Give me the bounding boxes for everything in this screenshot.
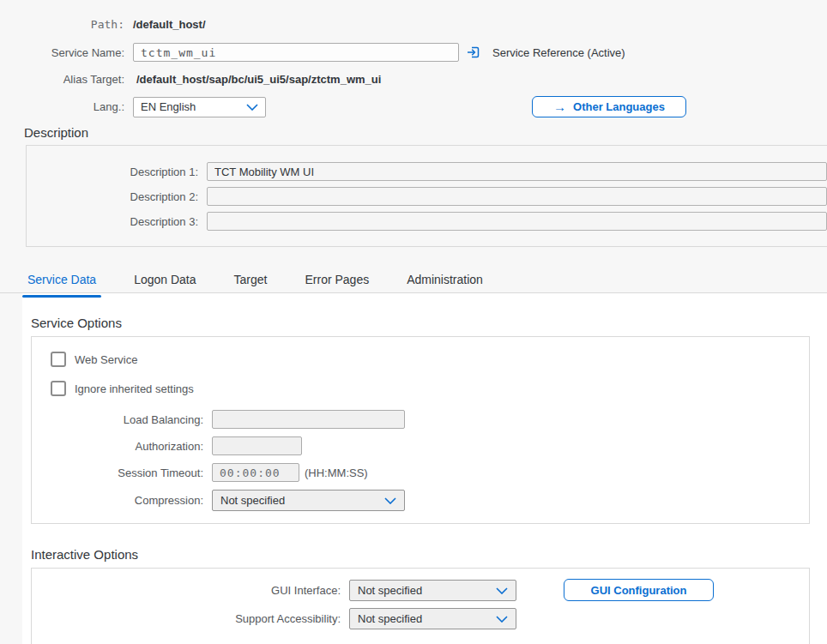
- service-reference-note: Service Reference (Active): [492, 46, 625, 59]
- gui-configuration-button[interactable]: GUI Configuration: [564, 579, 714, 601]
- chevron-down-icon: [384, 494, 396, 507]
- language-select[interactable]: EN English: [133, 97, 266, 117]
- gui-interface-select[interactable]: Not specified: [349, 580, 516, 601]
- description-2-input[interactable]: [207, 187, 827, 206]
- session-timeout-format-hint: (HH:MM:SS): [305, 466, 368, 479]
- interactive-options-box: GUI Interface: Not specified GUI Configu…: [31, 568, 810, 644]
- alias-target-value: /default_host/sap/bc/ui5_ui5/sap/ztctm_w…: [136, 73, 381, 86]
- sicf-service-page: Path: /default_host/ Service Name: Servi…: [0, 0, 827, 644]
- load-balancing-row: Load Balancing:: [32, 410, 809, 429]
- path-value: /default_host/: [133, 18, 206, 31]
- service-name-input[interactable]: [133, 43, 459, 62]
- language-label: Lang.:: [0, 100, 129, 113]
- web-service-checkbox-row[interactable]: Web Service: [51, 352, 809, 367]
- chevron-down-icon: [246, 100, 258, 113]
- gui-interface-label: GUI Interface:: [32, 584, 345, 597]
- gui-interface-select-value: Not specified: [358, 584, 422, 597]
- tab-service-data[interactable]: Service Data: [22, 266, 101, 293]
- description-group-box: Description 1: Description 2: Descriptio…: [26, 145, 827, 247]
- description-1-label: Description 1:: [27, 166, 202, 178]
- other-languages-button[interactable]: → Other Languages: [532, 96, 686, 117]
- chevron-down-icon: [496, 584, 508, 597]
- session-timeout-row: Session Timeout: (HH:MM:SS): [32, 463, 809, 482]
- web-service-checkbox[interactable]: [51, 352, 66, 367]
- authorization-label: Authorization:: [32, 440, 208, 453]
- web-service-checkbox-label: Web Service: [75, 353, 137, 366]
- tab-logon-data[interactable]: Logon Data: [129, 266, 201, 293]
- service-header-form: Path: /default_host/ Service Name: Servi…: [0, 0, 827, 117]
- path-label: Path:: [0, 18, 129, 31]
- tab-error-pages[interactable]: Error Pages: [299, 266, 374, 293]
- description-row: Description 1:: [27, 162, 827, 181]
- ignore-inherited-checkbox[interactable]: [51, 381, 66, 396]
- chevron-down-icon: [496, 612, 508, 625]
- alias-target-row: Alias Target: /default_host/sap/bc/ui5_u…: [0, 73, 827, 86]
- tab-administration[interactable]: Administration: [401, 266, 488, 293]
- tab-strip: Service Data Logon Data Target Error Pag…: [0, 266, 827, 293]
- description-row: Description 2:: [27, 187, 827, 206]
- description-2-label: Description 2:: [27, 190, 202, 203]
- tab-target[interactable]: Target: [229, 266, 273, 293]
- language-select-value: EN English: [141, 100, 196, 113]
- description-3-input[interactable]: [207, 212, 827, 231]
- description-row: Description 3:: [27, 212, 827, 231]
- alias-target-label: Alias Target:: [0, 73, 129, 86]
- description-3-label: Description 3:: [27, 215, 202, 228]
- path-row: Path: /default_host/: [0, 18, 827, 31]
- load-balancing-input[interactable]: [212, 410, 405, 429]
- support-accessibility-select[interactable]: Not specified: [349, 608, 516, 629]
- compression-label: Compression:: [32, 494, 208, 507]
- interactive-options-title: Interactive Options: [31, 547, 827, 562]
- service-name-label: Service Name:: [0, 46, 129, 59]
- support-accessibility-row: Support Accessibility: Not specified: [32, 608, 809, 629]
- compression-select-value: Not specified: [220, 494, 285, 507]
- description-group-title: Description: [24, 125, 827, 140]
- compression-row: Compression: Not specified: [32, 490, 809, 511]
- session-timeout-input[interactable]: [212, 463, 299, 482]
- support-accessibility-select-value: Not specified: [358, 612, 422, 625]
- authorization-row: Authorization:: [32, 436, 809, 455]
- gui-interface-row: GUI Interface: Not specified GUI Configu…: [32, 579, 809, 601]
- other-languages-button-label: Other Languages: [573, 100, 665, 113]
- ignore-inherited-checkbox-label: Ignore inherited settings: [75, 382, 194, 395]
- load-balancing-label: Load Balancing:: [32, 413, 208, 426]
- session-timeout-label: Session Timeout:: [32, 466, 208, 479]
- support-accessibility-label: Support Accessibility:: [32, 612, 345, 625]
- right-arrow-icon: →: [553, 99, 566, 114]
- ignore-inherited-checkbox-row[interactable]: Ignore inherited settings: [51, 381, 809, 396]
- service-reference-icon[interactable]: [466, 45, 481, 60]
- gui-configuration-button-label: GUI Configuration: [591, 584, 687, 597]
- service-name-row: Service Name: Service Reference (Active): [0, 43, 827, 62]
- description-1-input[interactable]: [207, 162, 827, 181]
- service-options-box: Web Service Ignore inherited settings Lo…: [31, 336, 810, 524]
- compression-select[interactable]: Not specified: [212, 490, 405, 511]
- language-row: Lang.: EN English → Other Languages: [0, 96, 827, 117]
- tab-content-panel: Service Options Web Service Ignore inher…: [22, 293, 827, 644]
- authorization-input[interactable]: [212, 436, 302, 455]
- service-options-title: Service Options: [31, 316, 827, 330]
